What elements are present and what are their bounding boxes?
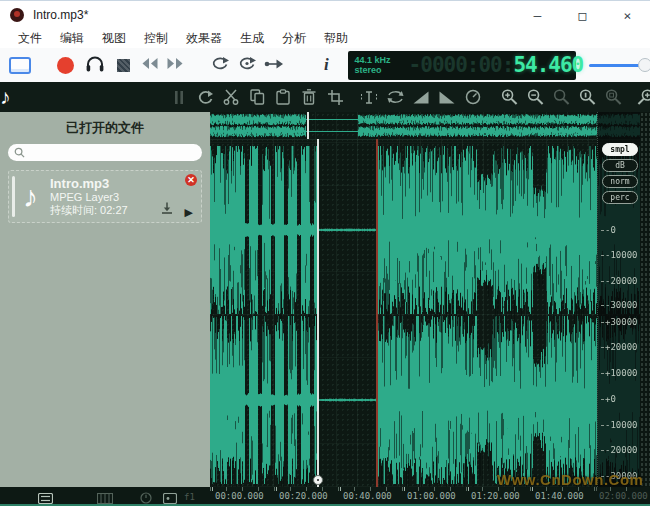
cut-icon[interactable] [223,89,240,106]
zoom-out-icon[interactable] [527,89,544,106]
file-card-accent [12,176,15,217]
timer-icon[interactable] [140,490,152,506]
waveform-editor[interactable]: smpl dB norm perc -0 -10000 -20000 -3000… [210,112,640,487]
overview-cursor[interactable] [307,112,309,139]
vertical-zoom-in-icon[interactable] [637,89,650,106]
file-list-view-icon[interactable] [38,490,53,506]
music-note-icon: ♪ [23,182,38,212]
zoom-one-icon[interactable] [579,89,596,106]
volume-knob[interactable] [638,58,650,72]
time-display-dim-digits: -0000:00: [409,53,514,77]
pause-icon[interactable] [171,89,188,106]
scale-mode-db-button[interactable]: dB [602,159,638,172]
maximize-button[interactable]: □ [560,1,605,29]
rewind-button[interactable] [139,51,161,79]
time-ruler[interactable]: 00:00.000 00:20.000 00:40.000 01:00.000 … [210,487,640,504]
volume-slider[interactable] [589,57,650,73]
minimize-button[interactable]: – [515,1,560,29]
keyboard-view-icon[interactable] [97,490,113,506]
ruler-tick-label: 02:00.000 [596,491,648,501]
trim-icon[interactable] [327,89,344,106]
info-button[interactable]: i [319,51,333,79]
play-file-button[interactable]: ▶ [185,206,193,219]
paste-icon[interactable] [275,89,292,106]
zoom-in-icon[interactable] [501,89,518,106]
watermark: Www.CnDown.Com [497,471,643,488]
stop-icon [117,59,130,72]
file-name: Intro.mp3 [50,176,128,191]
play-from-cursor-button[interactable] [263,51,286,79]
menu-edit[interactable]: 编辑 [51,28,93,48]
menu-file[interactable]: 文件 [9,28,51,48]
time-display: 44.1 kHz stereo -0000:00:54.460 [348,51,576,80]
fade-out-icon[interactable] [439,89,456,106]
menu-generate[interactable]: 生成 [231,28,273,48]
time-display-value: 54.460 [513,53,583,77]
file-card[interactable]: ♪ Intro.mp3 MPEG Layer3 持续时间: 02:27 ✕ ▶ [8,170,202,223]
delete-icon[interactable] [301,89,318,106]
menu-bar: 文件 编辑 视图 控制 效果器 生成 分析 帮助 [0,28,650,48]
menu-view[interactable]: 视图 [93,28,135,48]
file-search[interactable] [8,144,202,161]
ruler-tick-label: 00:20.000 [276,491,328,501]
loop-once-icon [238,56,256,75]
ruler-tick-label: 00:40.000 [340,491,392,501]
scale-mode-norm-button[interactable]: norm [602,175,638,188]
close-file-button[interactable]: ✕ [185,174,197,186]
selection-edge-cursor[interactable] [376,139,378,487]
waveform-canvas[interactable] [210,112,640,487]
menu-control[interactable]: 控制 [135,28,177,48]
music-note-icon: ♪ [0,85,11,109]
play-from-cursor-icon [264,56,284,74]
fade-in-icon[interactable] [413,89,430,106]
menu-effects[interactable]: 效果器 [177,28,231,48]
swap-channels-icon[interactable] [387,89,404,106]
scale-tick-label: -20000 [601,445,638,455]
insert-silence-icon[interactable] [361,89,378,106]
files-panel: 已打开的文件 ♪ Intro.mp3 MPEG Layer3 持续时间: 02:… [0,112,210,487]
scale-tick-label: +30000 [601,317,638,327]
cursor-drag-handle[interactable] [313,475,323,485]
menu-analyze[interactable]: 分析 [273,28,315,48]
window-title: Intro.mp3* [33,8,88,22]
sample-rate-label: 44.1 kHz [355,55,409,65]
copy-icon[interactable] [249,89,266,106]
ocenaudio-window: Intro.mp3* – □ × 文件 编辑 视图 控制 效果器 生成 分析 帮… [0,0,650,506]
playback-cursor[interactable] [317,139,319,487]
headphones-icon [85,54,105,76]
search-input[interactable] [29,146,189,160]
scale-mode-smpl-button[interactable]: smpl [602,143,638,156]
loop-once-button[interactable] [236,51,258,79]
redo-icon[interactable] [197,89,214,106]
transport-toolbar: i 44.1 kHz stereo -0000:00:54.460 [0,48,650,82]
ruler-tick-label: 01:40.000 [532,491,584,501]
title-bar: Intro.mp3* – □ × [0,0,650,28]
menu-help[interactable]: 帮助 [315,28,357,48]
export-file-icon[interactable] [161,200,173,218]
search-icon [14,144,25,162]
vertical-scrollbar[interactable] [640,112,650,487]
scale-tick-label: +0 [601,394,616,404]
channel-mode-label: stereo [355,65,409,75]
amplitude-scale: smpl dB norm perc -0 -10000 -20000 -3000… [597,112,640,487]
rewind-icon [141,56,159,74]
selection-tool-button[interactable] [8,51,31,79]
f1-indicator: f1 [184,492,195,502]
gain-gauge-icon[interactable] [465,89,482,106]
stop-button[interactable] [112,51,134,79]
close-button[interactable]: × [605,1,650,29]
scale-tick-label: +20000 [601,342,638,352]
files-panel-title: 已打开的文件 [0,119,210,137]
mini-view-icon[interactable] [163,490,177,506]
zoom-selection-icon[interactable] [605,89,622,106]
fast-forward-icon [166,56,184,74]
play-button[interactable] [83,51,106,79]
scale-tick-label: -10000 [601,250,638,260]
file-tab[interactable]: ♪ [0,82,11,112]
scale-tick-label: +10000 [601,368,638,378]
loop-button[interactable] [209,51,231,79]
scale-mode-perc-button[interactable]: perc [602,191,638,204]
fast-forward-button[interactable] [164,51,186,79]
record-button[interactable] [53,51,76,79]
zoom-fit-icon[interactable] [553,89,570,106]
